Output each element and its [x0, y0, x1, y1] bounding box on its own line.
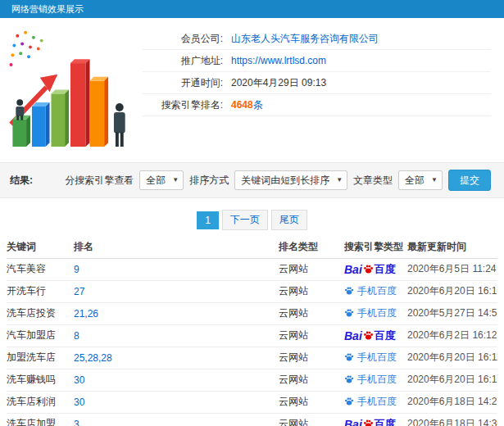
mobile-baidu-logo: 手机百度 — [344, 395, 397, 409]
filter-bar: 结果: 分搜索引擎查看 全部 ▼ 排序方式 关键词由短到长排序 ▼ 文章类型 全… — [0, 162, 504, 198]
rank-type-cell: 云网站 — [279, 413, 344, 426]
table-row: 加盟洗车店 25,28,28 云网站 手机百度 2020年6月20日 16:11 — [7, 347, 497, 369]
engine-cell: Bai 百度 — [344, 258, 407, 280]
table-row: 洗车店利润 30 云网站 手机百度 2020年6月18日 14:27 — [7, 391, 497, 413]
results-table: 关键词 排名 排名类型 搜索引擎类型 最新更新时间 汽车美容 9 云网站 Bai… — [7, 237, 497, 426]
rank-cell[interactable]: 30 — [74, 391, 279, 413]
keyword-cell: 洗车店加盟 — [7, 413, 74, 426]
table-row: 汽车美容 9 云网站 Bai 百度 2020年6月5日 11:24 — [7, 258, 497, 280]
engine-cell: 手机百度 — [344, 369, 407, 391]
engine-cell: 手机百度 — [344, 391, 407, 413]
submit-button[interactable]: 提交 — [448, 170, 491, 191]
article-type-value: 全部 — [405, 174, 425, 188]
rank-type-cell: 云网站 — [279, 302, 344, 324]
col-rank-type: 排名类型 — [279, 237, 344, 258]
page-current[interactable]: 1 — [197, 211, 219, 229]
article-type-label: 文章类型 — [353, 174, 393, 188]
time-cell: 2020年6月20日 16:12 — [407, 369, 497, 391]
table-row: 汽车加盟店 8 云网站 Bai 百度 2020年6月2日 16:12 — [7, 324, 497, 347]
baidu-paw-icon — [344, 308, 354, 318]
info-fields: 会员公司: 山东老人头汽车服务咨询有限公司 推广地址: https://www.… — [143, 28, 491, 151]
keyword-cell: 汽车加盟店 — [7, 324, 74, 347]
baidu-paw-icon — [363, 264, 374, 274]
rank-type-cell: 云网站 — [279, 280, 344, 302]
col-engine-type: 搜索引擎类型 — [344, 237, 407, 258]
rank-type-cell: 云网站 — [279, 258, 344, 280]
rank-cell[interactable]: 27 — [74, 280, 279, 302]
baidu-paw-icon — [344, 397, 354, 406]
keyword-cell: 开洗车行 — [7, 280, 74, 302]
engine-cell: Bai 百度 — [344, 324, 407, 347]
rank-cell[interactable]: 21,26 — [74, 302, 279, 324]
keyword-cell: 洗车店利润 — [7, 391, 74, 413]
member-company-link[interactable]: 山东老人头汽车服务咨询有限公司 — [231, 32, 379, 46]
time-cell: 2020年6月18日 14:27 — [407, 391, 497, 413]
open-time-value: 2020年4月29日 09:13 — [231, 76, 326, 90]
info-panel: 会员公司: 山东老人头汽车服务咨询有限公司 推广地址: https://www.… — [0, 18, 504, 154]
engine-cell: 手机百度 — [344, 280, 407, 302]
baidu-paw-icon — [363, 419, 374, 426]
title-bar: 网络营销效果展示 — [0, 0, 504, 18]
time-cell: 2020年6月20日 16:16 — [407, 280, 497, 302]
engine-filter-select[interactable]: 全部 ▼ — [139, 170, 184, 190]
filter-group: 分搜索引擎查看 全部 ▼ 排序方式 关键词由短到长排序 ▼ 文章类型 全部 ▼ … — [65, 170, 491, 191]
time-cell: 2020年6月18日 14:30 — [407, 413, 497, 426]
col-keyword: 关键词 — [7, 237, 74, 258]
time-cell: 2020年5月27日 14:58 — [407, 302, 497, 324]
bar-chart-image — [5, 25, 136, 149]
col-rank: 排名 — [74, 237, 279, 258]
time-cell: 2020年6月20日 16:11 — [407, 347, 497, 369]
engine-filter-label: 分搜索引擎查看 — [65, 174, 134, 188]
table-header-row: 关键词 排名 排名类型 搜索引擎类型 最新更新时间 — [7, 237, 497, 258]
rank-count-number: 4648 — [231, 99, 253, 111]
baidu-logo: Bai 百度 — [344, 262, 396, 277]
rank-count-unit: 条 — [253, 99, 263, 111]
table-row: 洗车赚钱吗 30 云网站 手机百度 2020年6月20日 16:12 — [7, 369, 497, 391]
keyword-cell: 洗车赚钱吗 — [7, 369, 74, 391]
promo-url-label: 推广地址: — [143, 54, 223, 68]
chevron-down-icon: ▼ — [431, 177, 438, 184]
page-title: 网络营销效果展示 — [11, 4, 84, 14]
rank-count-label: 搜索引擎排名: — [143, 98, 223, 112]
baidu-paw-icon — [344, 352, 354, 362]
page-last[interactable]: 尾页 — [271, 210, 307, 230]
mobile-baidu-logo: 手机百度 — [344, 306, 397, 320]
rank-cell[interactable]: 3 — [74, 413, 279, 426]
rank-cell[interactable]: 8 — [74, 324, 279, 347]
time-cell: 2020年6月2日 16:12 — [407, 324, 497, 347]
baidu-paw-icon — [363, 330, 374, 341]
rank-type-cell: 云网站 — [279, 391, 344, 413]
engine-filter-value: 全部 — [146, 174, 166, 188]
rank-cell[interactable]: 25,28,28 — [74, 347, 279, 369]
engine-cell: 手机百度 — [344, 302, 407, 324]
keyword-cell: 加盟洗车店 — [7, 347, 74, 369]
mobile-baidu-logo: 手机百度 — [344, 351, 397, 365]
result-section-label: 结果: — [10, 174, 33, 188]
sort-select[interactable]: 关键词由短到长排序 ▼ — [234, 170, 347, 190]
time-cell: 2020年6月5日 11:24 — [407, 258, 497, 280]
sort-label: 排序方式 — [189, 174, 229, 188]
mobile-baidu-logo: 手机百度 — [344, 373, 397, 387]
rank-type-cell: 云网站 — [279, 324, 344, 347]
rank-type-cell: 云网站 — [279, 347, 344, 369]
info-row-company: 会员公司: 山东老人头汽车服务咨询有限公司 — [143, 28, 491, 50]
baidu-logo: Bai 百度 — [344, 417, 396, 426]
rank-cell[interactable]: 9 — [74, 258, 279, 280]
open-time-label: 开通时间: — [143, 76, 223, 90]
page-next[interactable]: 下一页 — [222, 210, 268, 230]
company-label: 会员公司: — [143, 32, 223, 46]
bar-chart-illustration — [5, 25, 138, 151]
promo-url-link[interactable]: https://www.lrtlsd.com — [231, 55, 326, 66]
rank-count-value: 4648条 — [231, 98, 263, 112]
keyword-cell: 汽车美容 — [7, 258, 74, 280]
article-type-select[interactable]: 全部 ▼ — [398, 170, 443, 190]
rank-cell[interactable]: 30 — [74, 369, 279, 391]
pagination: 1 下一页 尾页 — [0, 210, 504, 230]
baidu-paw-icon — [344, 286, 354, 296]
baidu-paw-icon — [344, 374, 354, 384]
engine-cell: Bai 百度 — [344, 413, 407, 426]
engine-cell: 手机百度 — [344, 347, 407, 369]
keyword-cell: 洗车店投资 — [7, 302, 74, 324]
table-row: 洗车店加盟 3 云网站 Bai 百度 2020年6月18日 14:30 — [7, 413, 497, 426]
chevron-down-icon: ▼ — [172, 177, 179, 184]
